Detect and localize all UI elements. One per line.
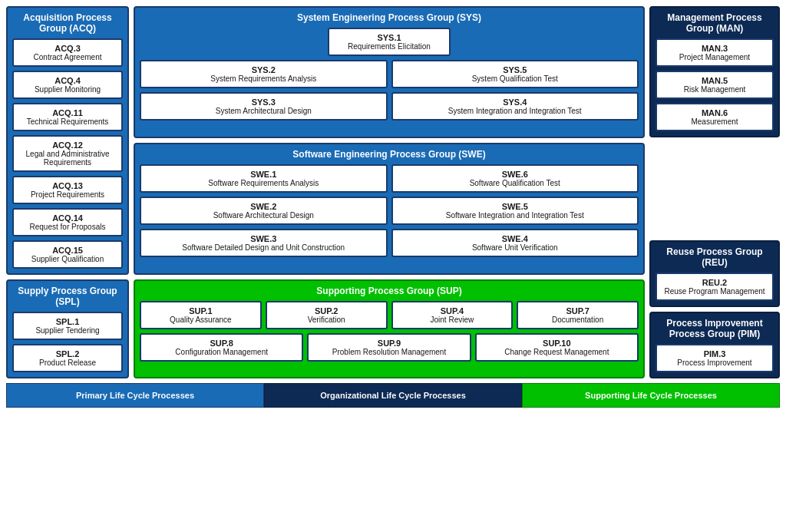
swe1-box: SWE.1 Software Requirements Analysis [140, 164, 388, 193]
acq3-code: ACQ.3 [17, 44, 118, 53]
sup-group: Supporting Process Group (SUP) SUP.1 Qua… [134, 279, 645, 378]
pim3-box: PIM.3 Process Improvement [656, 344, 774, 372]
sup9-box: SUP.9 Problem Resolution Management [307, 333, 471, 362]
sup-row1: SUP.1 Quality Assurance SUP.2 Verificati… [140, 301, 639, 329]
acq13-box: ACQ.13 Project Requirements [12, 176, 123, 204]
acq12-code: ACQ.12 [17, 140, 118, 150]
swe3-code: SWE.3 [144, 234, 383, 243]
reu2-box: REU.2 Reuse Program Management [656, 273, 774, 301]
acq13-name: Project Requirements [17, 190, 118, 199]
man6-box: MAN.6 Measurement [656, 103, 774, 131]
spl1-code: SPL.1 [17, 317, 118, 326]
spl2-box: SPL.2 Product Release [12, 344, 123, 372]
reu2-name: Reuse Program Management [660, 287, 769, 296]
pim-title: Process Improvement Process Group (PIM) [656, 318, 774, 339]
acq14-box: ACQ.14 Request for Proposals [12, 208, 123, 236]
man6-name: Measurement [660, 117, 769, 126]
swe-left-col: SWE.2 Software Architectural Design SWE.… [140, 197, 388, 257]
sup7-box: SUP.7 Documentation [517, 301, 639, 329]
man6-code: MAN.6 [660, 108, 769, 117]
spl1-name: Supplier Tendering [17, 326, 118, 335]
sys3-code: SYS.3 [144, 97, 383, 107]
man3-box: MAN.3 Project Management [656, 38, 774, 67]
swe4-box: SWE.4 Software Unit Verification [391, 229, 639, 257]
sys-right-col: SYS.5 System Qualification Test SYS.4 Sy… [391, 60, 639, 121]
acq11-box: ACQ.11 Technical Requirements [12, 103, 123, 131]
reu2-code: REU.2 [660, 278, 769, 287]
sup8-name: Configuration Management [144, 348, 299, 356]
sys1-box: SYS.1 Requirements Elicitation [328, 28, 451, 56]
sup10-code: SUP.10 [480, 339, 634, 348]
acq15-code: ACQ.15 [17, 246, 118, 255]
sys5-box: SYS.5 System Qualification Test [391, 60, 639, 88]
swe6-box: SWE.6 Software Qualification Test [391, 164, 639, 193]
sup1-code: SUP.1 [144, 306, 257, 316]
swe-title: Software Engineering Process Group (SWE) [140, 149, 639, 160]
reu-group: Reuse Process Group (REU) REU.2 Reuse Pr… [649, 240, 780, 307]
acq14-name: Request for Proposals [17, 223, 118, 231]
spl2-name: Product Release [17, 359, 118, 367]
reu-title: Reuse Process Group (REU) [656, 246, 774, 268]
sys-inner: SYS.1 Requirements Elicitation SYS.2 Sys… [140, 28, 639, 121]
sup8-box: SUP.8 Configuration Management [140, 333, 303, 362]
sup8-code: SUP.8 [144, 339, 299, 348]
swe3-name: Software Detailed Design and Unit Constr… [144, 243, 383, 252]
swe-right-col: SWE.5 Software Integration and Integrati… [391, 197, 639, 257]
grid-layout: Acquisition Process Group (ACQ) ACQ.3 Co… [6, 6, 780, 378]
sup-title: Supporting Process Group (SUP) [140, 286, 639, 296]
sup-row2: SUP.8 Configuration Management SUP.9 Pro… [140, 333, 639, 362]
sys5-name: System Qualification Test [396, 74, 635, 83]
footer-primary: Primary Life Cycle Processes [6, 383, 264, 408]
sup10-box: SUP.10 Change Request Management [475, 333, 639, 362]
spl-group: Supply Process Group (SPL) SPL.1 Supplie… [6, 279, 129, 378]
sup2-name: Verification [270, 316, 383, 324]
man5-name: Risk Management [660, 85, 769, 94]
sup7-name: Documentation [521, 316, 634, 324]
swe6-name: Software Qualification Test [396, 179, 635, 187]
man3-name: Project Management [660, 53, 769, 61]
man-group: Management Process Group (MAN) MAN.3 Pro… [649, 6, 780, 137]
sys2-name: System Requirements Analysis [144, 74, 383, 83]
swe2-name: Software Architectural Design [144, 211, 383, 220]
swe-row1: SWE.1 Software Requirements Analysis SWE… [140, 164, 639, 193]
swe-group: Software Engineering Process Group (SWE)… [134, 143, 645, 275]
swe5-box: SWE.5 Software Integration and Integrati… [391, 197, 639, 225]
sys-title: System Engineering Process Group (SYS) [140, 12, 639, 23]
swe1-name: Software Requirements Analysis [144, 179, 383, 187]
sys-group: System Engineering Process Group (SYS) S… [134, 6, 645, 138]
sup9-name: Problem Resolution Management [312, 348, 466, 356]
acq15-name: Supplier Qualification [17, 255, 118, 263]
acq12-box: ACQ.12 Legal and Administrative Requirem… [12, 135, 123, 172]
acq4-box: ACQ.4 Supplier Monitoring [12, 71, 123, 99]
acq4-name: Supplier Monitoring [17, 85, 118, 94]
sys1-name: Requirements Elicitation [332, 42, 446, 51]
sys5-code: SYS.5 [396, 65, 635, 74]
footer-organizational: Organizational Life Cycle Processes [264, 383, 522, 408]
acq-group: Acquisition Process Group (ACQ) ACQ.3 Co… [6, 6, 129, 275]
sys4-name: System Integration and Integration Test [396, 107, 635, 115]
sup9-code: SUP.9 [312, 339, 466, 348]
sup1-name: Quality Assurance [144, 316, 257, 324]
sys2-code: SYS.2 [144, 65, 383, 74]
swe2-code: SWE.2 [144, 202, 383, 211]
sup7-code: SUP.7 [521, 306, 634, 316]
swe4-code: SWE.4 [396, 234, 635, 243]
sup10-name: Change Request Management [480, 348, 634, 356]
sys4-code: SYS.4 [396, 97, 635, 107]
swe3-box: SWE.3 Software Detailed Design and Unit … [140, 229, 388, 257]
swe4-name: Software Unit Verification [396, 243, 635, 252]
man5-code: MAN.5 [660, 76, 769, 85]
spl2-code: SPL.2 [17, 349, 118, 359]
swe6-code: SWE.6 [396, 170, 635, 179]
sys4-box: SYS.4 System Integration and Integration… [391, 92, 639, 121]
sys2-box: SYS.2 System Requirements Analysis [140, 60, 388, 88]
pim3-code: PIM.3 [660, 349, 769, 359]
sys-left-col: SYS.2 System Requirements Analysis SYS.3… [140, 60, 388, 121]
footer-supporting: Supporting Life Cycle Processes [522, 383, 780, 408]
man5-box: MAN.5 Risk Management [656, 71, 774, 99]
sys3-box: SYS.3 System Architectural Design [140, 92, 388, 121]
pim3-name: Process Improvement [660, 359, 769, 367]
acq11-code: ACQ.11 [17, 108, 118, 117]
sys-row1: SYS.1 Requirements Elicitation [140, 28, 639, 56]
man-title: Management Process Group (MAN) [656, 12, 774, 34]
